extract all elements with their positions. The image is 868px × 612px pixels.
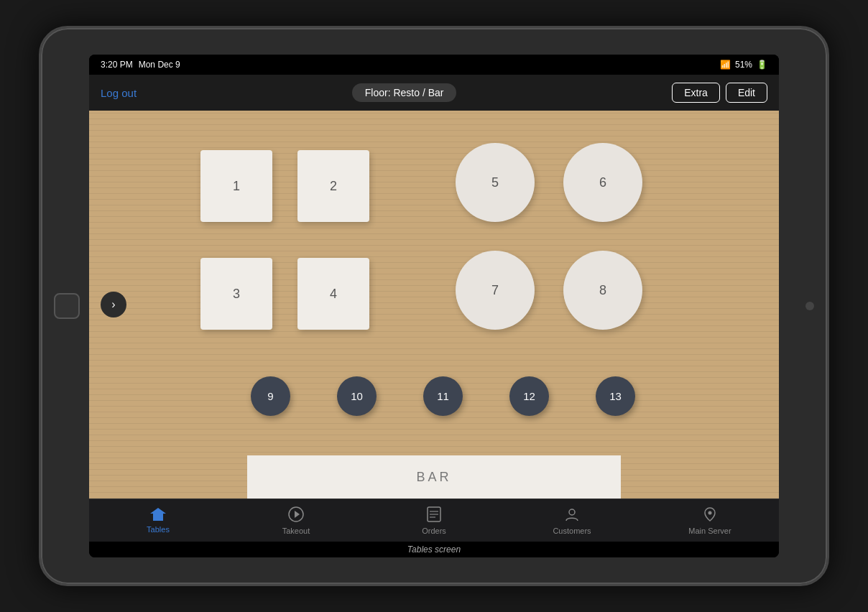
tab-customers[interactable]: Customers (503, 506, 641, 535)
table-4[interactable]: 4 (297, 258, 369, 330)
floor-area: › 1 2 5 6 3 4 7 (89, 111, 779, 499)
table-10[interactable]: 10 (337, 376, 377, 416)
tab-main-server-label: Main Server (688, 527, 731, 535)
wifi-icon: 📶 (720, 60, 731, 70)
edit-button[interactable]: Edit (726, 83, 767, 103)
table-1[interactable]: 1 (200, 150, 272, 222)
svg-marker-2 (295, 511, 300, 518)
customers-icon (564, 506, 580, 524)
table-2[interactable]: 2 (297, 150, 369, 222)
tab-tables-label: Tables (147, 525, 170, 534)
status-bar: 3:20 PM Mon Dec 9 📶 51% 🔋 (89, 55, 779, 75)
table-13[interactable]: 13 (596, 376, 635, 416)
tab-takeout-label: Takeout (282, 527, 310, 535)
battery-percent: 51% (735, 60, 752, 70)
tab-orders-label: Orders (422, 527, 446, 535)
tab-takeout[interactable]: Takeout (227, 506, 365, 535)
nav-bar: Log out Floor: Resto / Bar Extra Edit (89, 75, 779, 111)
logout-button[interactable]: Log out (101, 87, 137, 99)
table-11[interactable]: 11 (423, 376, 463, 416)
table-8[interactable]: 8 (563, 251, 642, 330)
orders-icon (427, 506, 441, 524)
tab-orders[interactable]: Orders (365, 506, 503, 535)
tab-tables[interactable]: Tables (89, 508, 227, 534)
tab-customers-label: Customers (553, 527, 591, 535)
tab-main-server[interactable]: Main Server (641, 506, 779, 535)
floor-label: Floor: Resto / Bar (352, 83, 457, 102)
ipad-device: 3:20 PM Mon Dec 9 📶 51% 🔋 Log out Floor:… (39, 26, 829, 586)
table-3[interactable]: 3 (200, 258, 272, 330)
bar-area[interactable]: BAR (247, 455, 621, 499)
side-button (805, 302, 814, 310)
next-page-button[interactable]: › (101, 292, 126, 317)
home-button[interactable] (54, 293, 80, 319)
bar-label: BAR (416, 470, 451, 485)
svg-marker-0 (150, 508, 166, 521)
tables-icon (150, 508, 166, 523)
main-server-icon (702, 506, 718, 524)
svg-point-8 (708, 511, 712, 514)
battery-icon: 🔋 (757, 60, 767, 70)
screen-title: Tables screen (89, 542, 779, 557)
table-6[interactable]: 6 (563, 143, 642, 222)
status-date: Mon Dec 9 (139, 60, 180, 70)
extra-button[interactable]: Extra (672, 83, 720, 103)
svg-point-7 (569, 509, 575, 515)
takeout-icon (288, 506, 304, 524)
table-7[interactable]: 7 (456, 251, 535, 330)
status-time: 3:20 PM (101, 60, 133, 70)
table-5[interactable]: 5 (456, 143, 535, 222)
table-12[interactable]: 12 (509, 376, 549, 416)
table-9[interactable]: 9 (251, 376, 290, 416)
screen: 3:20 PM Mon Dec 9 📶 51% 🔋 Log out Floor:… (89, 55, 779, 557)
tab-bar: Tables Takeout (89, 499, 779, 542)
